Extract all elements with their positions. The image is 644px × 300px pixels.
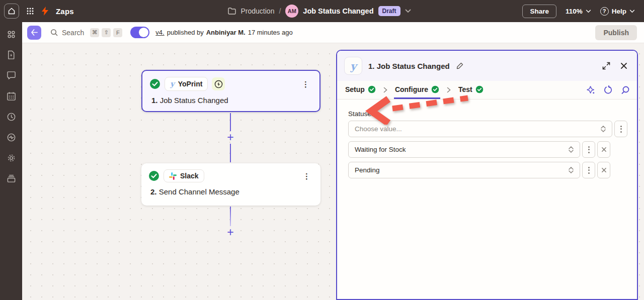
remove-value-button[interactable] [597,141,610,158]
tab-test[interactable]: Test [457,81,485,99]
share-button[interactable]: Share [522,5,556,18]
field-menu-kebab-button[interactable] [614,121,627,137]
step-node-action[interactable]: Slack ⋮ 2. Send Channel Message [141,163,320,206]
sidebar-item-history[interactable] [6,112,16,122]
edit-pencil-icon[interactable] [456,62,464,70]
step-menu-kebab[interactable]: ⋮ [299,79,312,89]
connector-line [230,113,231,131]
search-label: Search [62,29,84,37]
clock-icon [7,112,16,122]
status-value-dropdown[interactable]: Waiting for Stock [348,141,580,158]
activity-icon [7,133,16,142]
panel-header: y 1. Job Status Changed [337,51,637,81]
arrow-left-icon [31,29,38,36]
breadcrumb-separator: / [279,7,281,15]
zoom-level-control[interactable]: 110% [566,8,591,15]
status-value: Waiting for Stock [355,146,406,153]
expand-icon[interactable] [602,61,611,70]
step-success-check-icon [148,170,159,181]
apps-circles-icon [7,30,16,39]
chat-bubble-icon [7,71,16,80]
sidebar-item-settings[interactable] [6,153,16,163]
remove-value-button[interactable] [597,162,610,178]
search-control[interactable]: Search ⌘ ⇧ F [50,28,122,37]
chevron-down-icon[interactable] [405,9,411,13]
yoprint-app-icon: y [344,57,362,75]
step-menu-kebab[interactable]: ⋮ [300,171,313,181]
value-menu-kebab-button[interactable] [582,141,595,158]
tab-check-icon [431,85,439,93]
app-pill-slack[interactable]: Slack [164,169,204,182]
app-label: Zaps [56,7,74,16]
slack-logo-icon [169,172,177,180]
close-icon [601,147,607,152]
sidebar-item-zaps[interactable] [6,29,16,39]
published-author: Anbiniyar M. [206,29,246,36]
tab-check-icon [475,85,484,93]
yoprint-logo-icon: y [170,79,175,88]
app-pill-label: YoPrint [178,80,203,88]
shortcut-keys: ⌘ ⇧ F [90,28,122,37]
sidebar-item-messages[interactable] [6,70,16,80]
tab-setup[interactable]: Setup [344,81,377,99]
panel-search-icon[interactable] [621,85,630,94]
close-icon [601,167,607,173]
status-picker-row: Choose value... [348,121,627,137]
zap-document-icon [7,50,16,60]
status-dropdown[interactable]: Choose value... [348,121,612,137]
add-step-button[interactable]: + [224,227,236,237]
sidebar-item-schedule[interactable] [6,91,16,101]
zap-on-off-toggle[interactable] [130,27,149,38]
ai-sparkle-icon[interactable] [587,85,596,95]
panel-title: 1. Job Status Changed [368,62,450,70]
key-cmd: ⌘ [90,28,99,37]
home-icon [8,7,16,15]
home-button[interactable] [4,4,19,19]
published-time: 17 minutes ago [248,29,293,36]
status-value-row: Waiting for Stock [348,141,610,158]
app-switcher-button[interactable] [26,7,34,15]
connector-line [230,207,231,226]
step-success-check-icon [149,78,160,89]
add-step-button[interactable]: + [224,132,236,142]
zoom-level-value: 110% [566,8,583,15]
editor-toolbar: Search ⌘ ⇧ F v4. published by Anbiniyar … [22,22,644,43]
kebab-icon [620,126,622,133]
version-link[interactable]: v4. [155,29,164,36]
zap-canvas[interactable]: y YoPrint ⋮ 1. Job Status Changed + [22,43,644,300]
app-pill-yoprint[interactable]: y YoPrint [165,77,208,91]
grid-icon [26,7,34,15]
publish-button[interactable]: Publish [595,25,637,40]
status-value-dropdown[interactable]: Pending [348,162,580,178]
help-menu[interactable]: ? Help [600,7,635,16]
help-icon: ? [600,7,609,16]
chevron-down-icon [629,10,635,13]
instant-trigger-icon [212,77,225,90]
kebab-icon [588,167,590,174]
top-bar: Zaps Production / AM Job Status Changed … [0,0,644,22]
zap-bolt-icon [41,7,49,16]
close-icon[interactable] [620,62,628,70]
breadcrumb-folder[interactable]: Production [240,7,274,15]
value-menu-kebab-button[interactable] [582,162,595,178]
tab-configure[interactable]: Configure [394,81,440,99]
step-node-trigger[interactable]: y YoPrint ⋮ 1. Job Status Changed [141,70,320,112]
sidebar-item-templates[interactable] [6,50,16,60]
select-caret-icon [601,126,606,132]
back-button[interactable] [27,26,41,40]
status-value-row: Pending [348,162,610,178]
undo-refresh-icon[interactable] [604,85,613,95]
app-pill-label: Slack [180,172,199,180]
tab-separator-chevron [447,81,451,99]
help-label: Help [612,8,626,15]
step-detail-panel: y 1. Job Status Changed Setup Configure … [336,50,638,300]
select-caret-icon [569,146,574,153]
toggle-knob [139,28,148,37]
step-title: 1. Job Status Changed [149,96,312,105]
sidebar-item-storage[interactable] [6,173,16,183]
sidebar-item-monitoring[interactable] [6,132,16,142]
calendar-icon [7,91,16,101]
zap-title[interactable]: Job Status Changed [303,7,373,15]
dropdown-placeholder: Choose value... [355,125,402,133]
search-icon [50,29,58,36]
